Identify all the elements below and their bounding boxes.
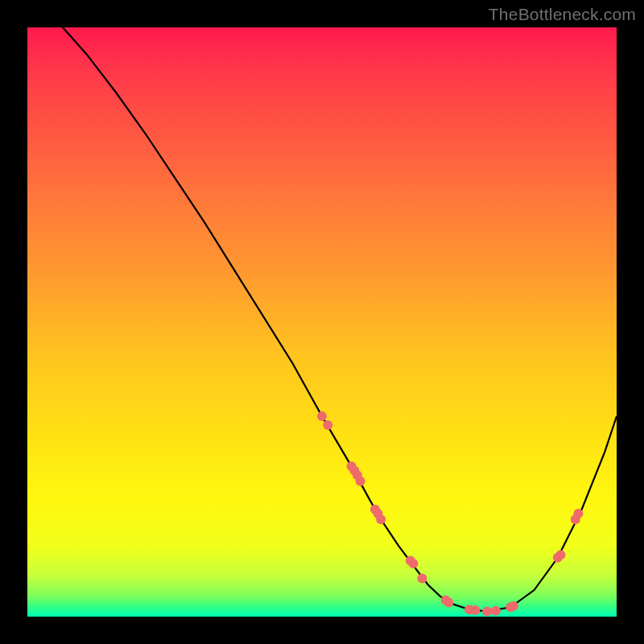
data-dot [482, 606, 492, 616]
bottleneck-curve [27, 0, 617, 611]
data-dot [555, 550, 565, 559]
data-dot [323, 420, 332, 430]
data-dot [408, 559, 418, 568]
data-dot [573, 509, 583, 518]
watermark-text: TheBottleneck.com [489, 5, 636, 24]
data-dot [509, 601, 518, 611]
data-dot [376, 514, 386, 524]
data-dot [444, 597, 453, 607]
dots-layer [317, 411, 583, 616]
data-dot [417, 573, 427, 583]
chart-overlay [27, 27, 617, 617]
data-dot [356, 477, 365, 486]
data-dot [317, 411, 327, 421]
data-dot [470, 605, 480, 615]
data-dot [491, 606, 501, 616]
curve-layer [27, 0, 617, 611]
outer-frame: TheBottleneck.com [0, 0, 644, 644]
